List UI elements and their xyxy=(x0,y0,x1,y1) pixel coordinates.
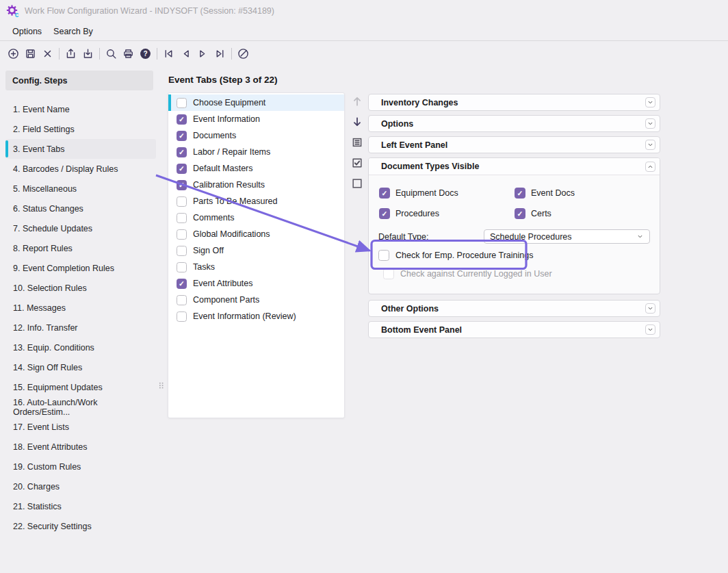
chevron-down-icon[interactable] xyxy=(645,118,655,129)
event-tab-row[interactable]: Global Modifications xyxy=(168,226,344,242)
event-tab-row[interactable]: Calibration Results xyxy=(168,177,344,193)
event-tab-row[interactable]: Documents xyxy=(168,127,344,144)
accordion-section-header[interactable]: Bottom Event Panel xyxy=(368,321,660,338)
tab-checkbox[interactable] xyxy=(177,180,187,190)
sidebar-item[interactable]: 7. Schedule Updates xyxy=(5,218,156,238)
navigate-button[interactable] xyxy=(235,45,252,62)
sidebar-resize-grip[interactable] xyxy=(157,379,166,392)
delete-button[interactable] xyxy=(39,45,56,62)
previous-button[interactable] xyxy=(177,45,194,62)
sidebar-item[interactable]: 18. Event Attributes xyxy=(5,437,156,457)
print-button[interactable] xyxy=(120,45,137,62)
check-all-button[interactable] xyxy=(351,156,364,169)
first-button[interactable] xyxy=(160,45,177,62)
chevron-down-icon[interactable] xyxy=(645,303,655,314)
last-button[interactable] xyxy=(211,45,229,62)
sidebar-item[interactable]: 12. Info. Transfer xyxy=(5,318,156,338)
event-tab-row[interactable]: Tasks xyxy=(168,259,344,275)
sidebar-item[interactable]: 5. Miscellaneous xyxy=(5,179,156,199)
chevron-down-icon[interactable] xyxy=(645,324,655,335)
tab-checkbox[interactable] xyxy=(177,295,187,305)
tab-checkbox[interactable] xyxy=(177,246,187,256)
doc-type-label: Procedures xyxy=(395,209,439,218)
move-down-button[interactable] xyxy=(351,115,364,128)
sidebar-item[interactable]: 6. Status Changes xyxy=(5,199,156,218)
help-button[interactable] xyxy=(137,45,154,62)
menu-item[interactable]: Options xyxy=(12,27,42,36)
event-tab-row[interactable]: Labor / Repair Items xyxy=(168,144,344,160)
check-emp-trainings-option[interactable]: Check for Emp. Procedure Trainings xyxy=(378,250,650,261)
doc-type-option[interactable]: Procedures xyxy=(379,208,515,219)
sidebar-item[interactable]: 11. Messages xyxy=(5,298,156,318)
import-button[interactable] xyxy=(79,45,96,62)
tab-checkbox[interactable] xyxy=(177,262,187,272)
add-button[interactable] xyxy=(5,45,22,62)
tab-checkbox[interactable] xyxy=(177,114,187,125)
doc-type-option[interactable]: Equipment Docs xyxy=(379,188,515,199)
doc-type-checkbox[interactable] xyxy=(515,188,525,199)
save-button[interactable] xyxy=(22,45,39,62)
event-tab-row[interactable]: Component Parts xyxy=(168,292,344,308)
check-emp-trainings-checkbox[interactable] xyxy=(378,250,389,261)
event-tab-row[interactable]: Sign Off xyxy=(168,242,344,259)
uncheck-all-button[interactable] xyxy=(351,177,364,190)
tab-label: Tasks xyxy=(193,262,215,272)
tab-checkbox[interactable] xyxy=(177,131,187,141)
sidebar-item-label: 14. Sign Off Rules xyxy=(13,363,82,372)
sidebar-header: Config. Steps xyxy=(5,71,153,90)
sidebar-item[interactable]: 20. Charges xyxy=(5,476,156,496)
sidebar-item[interactable]: 8. Report Rules xyxy=(5,238,156,258)
doc-type-checkbox[interactable] xyxy=(379,208,390,219)
tab-checkbox[interactable] xyxy=(177,164,187,174)
sidebar-item[interactable]: 15. Equipment Updates xyxy=(5,377,156,397)
accordion-section-header[interactable]: Left Event Panel xyxy=(368,136,660,153)
sidebar-item[interactable]: 3. Event Tabs xyxy=(5,139,156,159)
sidebar-item[interactable]: 9. Event Completion Rules xyxy=(5,258,156,278)
sidebar-item[interactable]: 2. Field Settings xyxy=(5,119,156,139)
sidebar-item[interactable]: 17. Event Lists xyxy=(5,417,156,437)
chevron-down-icon[interactable] xyxy=(645,140,655,150)
menu-item[interactable]: Search By xyxy=(53,27,93,36)
tab-checkbox[interactable] xyxy=(177,196,187,207)
event-tab-row[interactable]: Parts To Be Measured xyxy=(168,193,344,209)
sidebar-item[interactable]: 16. Auto-Launch/Work Orders/Estim... xyxy=(5,397,156,417)
doc-type-option[interactable]: Event Docs xyxy=(515,188,650,199)
accordion-section-header[interactable]: Document Types Visible xyxy=(369,158,660,175)
sidebar-item[interactable]: 14. Sign Off Rules xyxy=(5,357,156,377)
doc-type-option[interactable]: Certs xyxy=(515,208,650,219)
sidebar-item[interactable]: 4. Barcodes / Display Rules xyxy=(5,159,156,179)
event-tab-row[interactable]: Comments xyxy=(168,209,344,226)
chevron-up-icon[interactable] xyxy=(645,162,655,172)
accordion-section-header[interactable]: Inventory Changes xyxy=(368,94,660,111)
default-type-select[interactable]: Schedule Procedures xyxy=(484,229,650,244)
accordion-section-header[interactable]: Options xyxy=(368,115,660,132)
event-tab-row[interactable]: Default Masters xyxy=(168,160,344,177)
check-logged-in-user-option: Check against Currently Logged in User xyxy=(383,268,650,279)
sidebar-item[interactable]: 21. Statistics xyxy=(5,496,156,516)
next-button[interactable] xyxy=(194,45,211,62)
sidebar-item[interactable]: 1. Event Name xyxy=(5,99,156,119)
event-tab-row[interactable]: Event Attributes xyxy=(168,275,344,292)
sidebar-item-label: 9. Event Completion Rules xyxy=(13,264,114,273)
accordion-section-header[interactable]: Other Options xyxy=(368,300,660,317)
tab-checkbox[interactable] xyxy=(177,98,187,108)
sidebar-item[interactable]: 10. Selection Rules xyxy=(5,278,156,298)
doc-type-checkbox[interactable] xyxy=(515,208,525,219)
doc-type-label: Event Docs xyxy=(531,188,575,198)
chevron-down-icon[interactable] xyxy=(645,97,655,107)
event-tab-row[interactable]: Event Information xyxy=(168,111,344,127)
sidebar-item[interactable]: 22. Security Settings xyxy=(5,516,156,536)
tab-checkbox[interactable] xyxy=(177,229,187,240)
tab-checkbox[interactable] xyxy=(177,147,187,157)
tab-checkbox[interactable] xyxy=(177,311,187,322)
sidebar-item[interactable]: 13. Equip. Conditions xyxy=(5,338,156,357)
doc-type-checkbox[interactable] xyxy=(379,188,390,199)
export-button[interactable] xyxy=(62,45,79,62)
tab-checkbox[interactable] xyxy=(177,279,187,289)
sidebar-item[interactable]: 19. Custom Rules xyxy=(5,457,156,476)
tab-checkbox[interactable] xyxy=(177,213,187,223)
event-tab-row[interactable]: Event Information (Review) xyxy=(168,308,344,324)
details-button[interactable] xyxy=(351,136,364,149)
event-tab-row[interactable]: Choose Equipment xyxy=(168,94,344,111)
search-button[interactable] xyxy=(103,45,120,62)
